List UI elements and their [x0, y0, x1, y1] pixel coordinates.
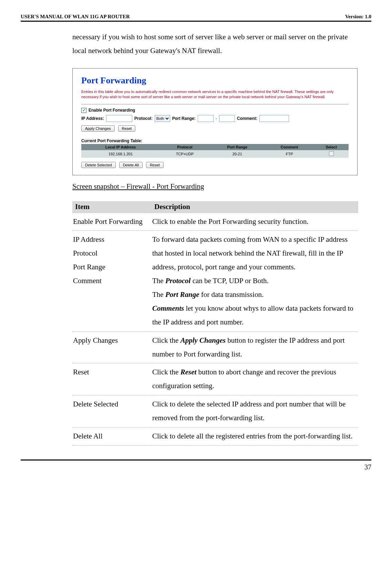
desc-group: To forward data packets coming from WAN …: [152, 231, 358, 331]
protocol-select[interactable]: Both: [155, 115, 170, 122]
th-local-ip: Local IP Address: [81, 144, 160, 150]
port-from-input[interactable]: [198, 115, 214, 122]
intro-paragraph: necessary if you wish to host some sort …: [72, 30, 358, 58]
th-comment: Comment: [265, 144, 314, 150]
pf-description: Entries in this table allow you to autom…: [81, 89, 349, 100]
item-port-range: Port Range: [73, 263, 105, 271]
enable-checkbox[interactable]: ✓: [81, 108, 86, 113]
item-ip: IP Address: [73, 235, 104, 244]
delete-all-button[interactable]: Delete All: [119, 162, 143, 168]
desc-enable: Click to enable the Port Forwarding secu…: [152, 213, 358, 231]
table-header-row: Local IP Address Protocol Port Range Com…: [81, 144, 349, 150]
port-range-label: Port Range:: [172, 116, 196, 121]
ip-label: IP Address:: [81, 116, 104, 121]
pf-title: Port Forwarding: [81, 75, 349, 86]
th-description: Description: [152, 201, 358, 213]
port-separator: -: [216, 116, 217, 121]
enable-row: ✓ Enable Port Forwarding: [81, 108, 349, 113]
page-number: 37: [364, 463, 371, 471]
comment-label: Comment:: [237, 116, 257, 121]
item-delete-selected: Delete Selected: [72, 395, 152, 427]
protocol-label: Protocol:: [134, 116, 153, 121]
description-table: Item Description Enable Port Forwarding …: [72, 201, 358, 446]
input-row: IP Address: Protocol: Both Port Range: -…: [81, 115, 349, 122]
comment-input[interactable]: [259, 115, 289, 122]
ip-input[interactable]: [106, 115, 132, 122]
table-row: 192.168.1.201 TCP+UDP 20-21 FTP: [81, 150, 349, 158]
th-item: Item: [72, 201, 152, 213]
divider: [81, 104, 349, 104]
desc-apply: Click the Apply Changes button to regist…: [152, 331, 358, 363]
screenshot-caption: Screen snapshot – Firewall - Port Forwar…: [72, 182, 371, 191]
row-select-checkbox[interactable]: [329, 151, 334, 156]
port-forwarding-screenshot: Port Forwarding Entries in this table al…: [72, 68, 358, 175]
td-protocol: TCP+UDP: [160, 150, 209, 158]
td-port-range: 20-21: [210, 150, 265, 158]
td-local-ip: 192.168.1.201: [81, 150, 160, 158]
header-right: Version: 1.0: [345, 14, 371, 20]
item-delete-all: Delete All: [72, 427, 152, 446]
port-to-input[interactable]: [219, 115, 235, 122]
th-protocol: Protocol: [160, 144, 209, 150]
forwarding-table: Local IP Address Protocol Port Range Com…: [81, 144, 349, 158]
header-left: USER'S MANUAL OF WLAN 11G AP ROUTER: [21, 14, 130, 20]
delete-buttons-row: Delete Selected Delete All Reset: [81, 162, 349, 168]
reset-button[interactable]: Reset: [118, 125, 136, 132]
td-comment: FTP: [265, 150, 314, 158]
page-footer: 37: [21, 459, 371, 471]
reset-button-2[interactable]: Reset: [146, 162, 164, 168]
delete-selected-button[interactable]: Delete Selected: [81, 162, 116, 168]
desc-reset: Click the Reset button to abort change a…: [152, 363, 358, 395]
desc-delete-all: Click to delete all the registered entri…: [152, 427, 358, 446]
th-select: Select: [314, 144, 349, 150]
item-apply: Apply Changes: [72, 331, 152, 363]
th-port-range: Port Range: [210, 144, 265, 150]
enable-label: Enable Port Forwarding: [89, 108, 135, 113]
item-enable: Enable Port Forwarding: [72, 213, 152, 231]
item-protocol: Protocol: [73, 249, 97, 257]
td-select: [314, 150, 349, 158]
apply-reset-row: Apply Changes Reset: [81, 125, 349, 132]
item-comment: Comment: [73, 277, 102, 285]
apply-changes-button[interactable]: Apply Changes: [81, 125, 115, 132]
item-group: IP Address Protocol Port Range Comment: [72, 231, 152, 331]
page-header: USER'S MANUAL OF WLAN 11G AP ROUTER Vers…: [21, 14, 371, 22]
item-reset: Reset: [72, 363, 152, 395]
table-caption: Current Port Forwarding Table:: [81, 138, 349, 143]
desc-delete-selected: Click to delete the selected IP address …: [152, 395, 358, 427]
